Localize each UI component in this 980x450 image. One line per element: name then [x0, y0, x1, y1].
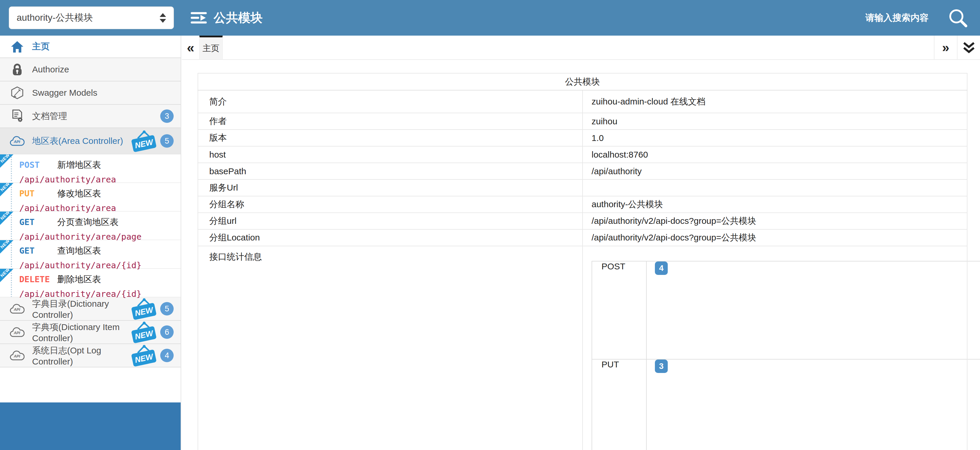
sidebar-item-label: Authorize [32, 65, 69, 75]
cloud-api-icon: API [10, 326, 24, 338]
lock-icon [10, 63, 24, 76]
endpoint-list: NEW POST 新增地区表 /api/authority/area NEW P… [0, 154, 181, 297]
cloud-api-icon: API [10, 350, 24, 361]
endpoint-item-put-area[interactable]: NEW PUT 修改地区表 /api/authority/area [0, 183, 181, 211]
tabs-scroll-right-button[interactable]: » [934, 36, 957, 59]
new-tag-icon: NEW [130, 130, 157, 152]
sidebar-item-swagger-models[interactable]: Swagger Models [0, 81, 181, 105]
sidebar-item-authorize[interactable]: Authorize [0, 58, 181, 81]
endpoint-item-get-area-page[interactable]: NEW GET 分页查询地区表 /api/authority/area/page [0, 211, 181, 240]
endpoint-item-delete-area-id[interactable]: NEW DELETE 删除地区表 /api/authority/area/{id… [0, 269, 181, 297]
search-icon[interactable] [947, 7, 968, 28]
row-label: host [198, 146, 582, 163]
svg-text:API: API [13, 140, 20, 144]
row-value: localhost:8760 [582, 146, 967, 163]
svg-text:API: API [13, 331, 20, 335]
module-info-table: 公共模块 简介 zuihou-admin-cloud 在线文档 作者 zuiho… [197, 73, 967, 450]
page-title: 公共模块 [214, 10, 262, 26]
endpoint-title: 新增地区表 [57, 159, 101, 171]
endpoint-item-post-area[interactable]: NEW POST 新增地区表 /api/authority/area [0, 154, 181, 183]
stat-count-badge: 3 [655, 359, 668, 373]
sidebar-item-label: 主页 [32, 41, 49, 52]
search-placeholder[interactable]: 请输入搜索内容 [865, 12, 929, 24]
row-label: 版本 [198, 130, 582, 146]
row-label: 分组名称 [198, 196, 582, 213]
count-badge: 4 [160, 349, 173, 362]
sidebar-item-label: 地区表(Area Controller) [32, 135, 123, 147]
stat-count-badge: 4 [655, 261, 668, 275]
tab-bar: « 主页 » [182, 36, 980, 60]
sidebar-item-label: 系统日志(Opt Log Controller) [32, 345, 130, 367]
row-value: authority-公共模块 [582, 196, 967, 213]
group-select-value: authority-公共模块 [17, 11, 156, 24]
method-label: GET [19, 246, 57, 256]
sidebar-item-home[interactable]: 主页 [0, 36, 181, 58]
stat-method: PUT [592, 359, 646, 450]
tabs-collapse-button[interactable] [957, 36, 980, 59]
main-area: « 主页 » 公共模块 简介 zuihou-admin-cloud 在线文档 [182, 36, 980, 450]
home-tab-content: 公共模块 简介 zuihou-admin-cloud 在线文档 作者 zuiho… [182, 60, 980, 450]
method-label: GET [19, 217, 57, 227]
row-value: zuihou-admin-cloud 在线文档 [582, 90, 967, 113]
new-ribbon-icon: NEW [0, 240, 13, 254]
row-value: 1.0 [582, 130, 967, 146]
count-badge: 5 [160, 302, 173, 315]
svg-text:API: API [13, 307, 20, 312]
tab-label: 主页 [202, 43, 220, 54]
row-label: basePath [198, 163, 582, 180]
sidebar-item-label: 文档管理 [32, 110, 67, 122]
api-stats-table: POST 4 PUT 3 GET 9 DELETE [592, 261, 980, 450]
endpoint-title: 删除地区表 [57, 273, 101, 285]
row-label: 简介 [198, 90, 582, 113]
row-label: 接口统计信息 [198, 246, 582, 450]
sidebar-item-dictionary-controller[interactable]: API 字典目录(Dictionary Controller) NEW 5 [0, 297, 181, 321]
sidebar-item-label: 字典项(Dictionary Item Controller) [32, 321, 130, 343]
row-label: 分组Location [198, 229, 582, 246]
cloud-api-icon: API [10, 303, 24, 314]
sidebar-item-label: Swagger Models [32, 88, 97, 98]
select-spinner-icon [160, 13, 166, 23]
endpoint-title: 分页查询地区表 [57, 216, 118, 228]
method-label: POST [19, 160, 57, 170]
table-title: 公共模块 [198, 73, 967, 90]
sidebar: 主页 Authorize Swagger Models [0, 36, 181, 450]
document-gear-icon [10, 110, 24, 123]
method-label: DELETE [19, 274, 57, 284]
app-title: 公共模块 [190, 10, 262, 26]
row-label: 作者 [198, 113, 582, 130]
new-tag-icon: NEW [130, 344, 157, 367]
row-label: 分组url [198, 213, 582, 229]
new-tag-icon: NEW [130, 297, 157, 320]
new-tag-icon: NEW [130, 321, 157, 343]
sidebar-item-area-controller[interactable]: API 地区表(Area Controller) NEW 5 [0, 128, 181, 154]
row-value [582, 180, 967, 196]
count-badge: 5 [160, 134, 173, 148]
endpoint-item-get-area-id[interactable]: NEW GET 查询地区表 /api/authority/area/{id} [0, 240, 181, 269]
sidebar-item-dictionary-item-controller[interactable]: API 字典项(Dictionary Item Controller) NEW … [0, 321, 181, 344]
method-label: PUT [19, 189, 57, 199]
endpoint-title: 修改地区表 [57, 188, 101, 200]
sidebar-footer-fill [0, 402, 181, 450]
models-hexagon-icon [10, 86, 24, 99]
endpoint-path: /api/authority/area/{id} [19, 289, 181, 299]
row-value: /api/authority/v2/api-docs?group=公共模块 [582, 213, 967, 229]
row-value: zuihou [582, 113, 967, 130]
sidebar-item-label: 字典目录(Dictionary Controller) [32, 298, 130, 320]
double-chevron-down-icon [962, 42, 975, 53]
row-value: /api/authority/v2/api-docs?group=公共模块 [582, 229, 967, 246]
group-select[interactable]: authority-公共模块 [9, 6, 174, 29]
svg-text:API: API [13, 354, 20, 358]
count-badge: 6 [160, 325, 173, 339]
new-ribbon-icon: NEW [0, 269, 13, 282]
top-header: authority-公共模块 公共模块 请输入搜索内容 [0, 0, 980, 36]
new-ribbon-icon: NEW [0, 154, 13, 168]
home-icon [10, 41, 24, 53]
tab-home[interactable]: 主页 [199, 36, 223, 59]
row-value: /api/authority [582, 163, 967, 180]
new-ribbon-icon: NEW [0, 211, 13, 225]
tabs-scroll-left-button[interactable]: « [182, 36, 199, 59]
sidebar-item-doc-manage[interactable]: 文档管理 3 [0, 105, 181, 128]
sidebar-item-opt-log-controller[interactable]: API 系统日志(Opt Log Controller) NEW 4 [0, 344, 181, 367]
new-ribbon-icon: NEW [0, 183, 13, 196]
menu-fold-icon [190, 11, 207, 25]
